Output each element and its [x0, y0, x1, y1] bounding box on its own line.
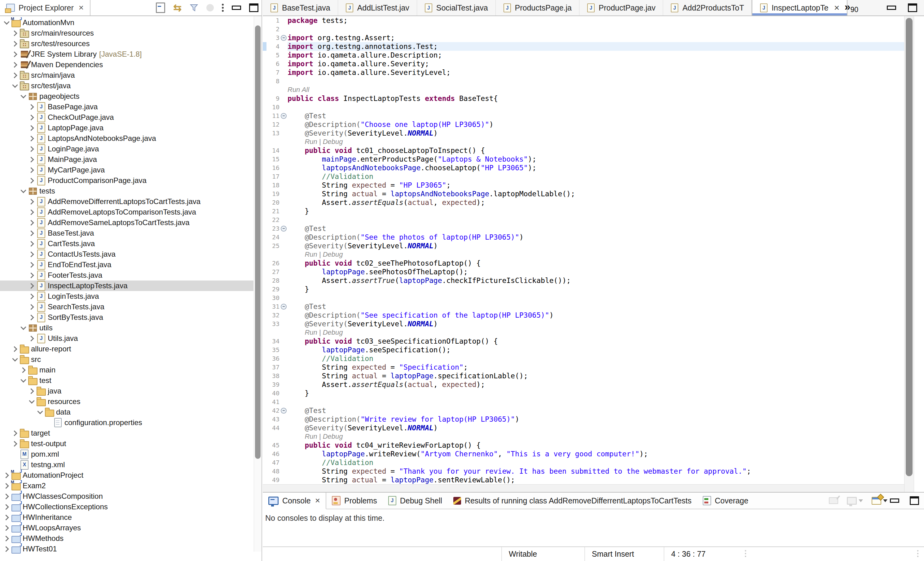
chevron-right-icon[interactable] — [28, 126, 36, 130]
code-line[interactable]: 34 public void tc03_seeSpecificationOfLa… — [263, 337, 904, 346]
chevron-right-icon[interactable] — [28, 242, 36, 246]
editor-tab-productpage-jav[interactable]: ProductPage.jav — [579, 0, 663, 15]
minimize-icon[interactable] — [890, 498, 899, 503]
code-line[interactable]: 20 Assert.assertEquals(actual, expected)… — [263, 198, 904, 207]
tree-item[interactable]: CheckOutPage.java — [0, 112, 254, 123]
tree-item[interactable]: Maven Dependencies — [0, 60, 254, 70]
chevron-right-icon[interactable] — [28, 263, 36, 267]
view-menu-icon[interactable] — [222, 4, 224, 6]
tree-item[interactable]: AddRemoveLaptopsToComparisonTests.java — [0, 207, 254, 217]
code-line[interactable]: 37 String expected = "Specification"; — [263, 363, 904, 371]
tree-item[interactable]: pom.xml — [0, 449, 254, 459]
tree-item[interactable]: Exam2 — [0, 480, 254, 491]
code-line[interactable]: 21 } — [263, 207, 904, 215]
code-line[interactable]: 23 @Test — [263, 224, 904, 233]
code-line[interactable]: 11 @Test — [263, 111, 904, 120]
tree-item[interactable]: configuration.properties — [0, 417, 254, 428]
chevron-right-icon[interactable] — [3, 473, 11, 477]
fold-collapse-icon[interactable] — [279, 35, 288, 41]
chevron-right-icon[interactable] — [28, 115, 36, 120]
code-line[interactable]: 46 laptopPage.writeReview("Artyom Cherne… — [263, 450, 904, 458]
tree-item[interactable]: MainPage.java — [0, 154, 254, 165]
tree-item[interactable]: SearchTests.java — [0, 302, 254, 312]
chevron-right-icon[interactable] — [3, 505, 11, 509]
chevron-right-icon[interactable] — [28, 210, 36, 214]
hidden-editors-indicator[interactable]: » 90 — [844, 1, 858, 14]
code-lens[interactable]: Run | Debug — [263, 328, 904, 337]
tree-item[interactable]: HWInheritance — [0, 512, 254, 523]
tree-item[interactable]: src/test/resources — [0, 38, 254, 49]
chevron-down-icon[interactable] — [19, 327, 28, 329]
explorer-scrollbar-thumb[interactable] — [255, 25, 261, 459]
chevron-right-icon[interactable] — [28, 252, 36, 256]
tree-item[interactable]: src/main/java — [0, 70, 254, 81]
project-explorer-tab[interactable]: Project Explorer × — [0, 0, 90, 15]
tree-item[interactable]: SortByTests.java — [0, 312, 254, 323]
editor-tab-addlisttest-jav[interactable]: AddListTest.jav — [338, 0, 417, 15]
code-line[interactable]: 41 — [263, 398, 904, 406]
tree-item[interactable]: resources — [0, 396, 254, 407]
chevron-right-icon[interactable] — [28, 136, 36, 141]
chevron-down-icon[interactable] — [19, 190, 28, 192]
editor-scrollbar[interactable] — [904, 16, 914, 492]
maximize-icon[interactable] — [910, 496, 919, 505]
code-editor[interactable]: 1package tests;23import org.testng.Asser… — [263, 16, 904, 484]
fold-collapse-icon[interactable] — [279, 226, 288, 232]
chevron-right-icon[interactable] — [28, 231, 36, 235]
code-line[interactable]: 43 @Description("Write review for laptop… — [263, 415, 904, 423]
tree-item[interactable]: LoginTests.java — [0, 291, 254, 302]
code-line[interactable]: 45 public void tc04_writeReviewForLaptop… — [263, 441, 904, 450]
minimize-icon[interactable] — [887, 6, 896, 10]
tree-item[interactable]: LoginPage.java — [0, 144, 254, 154]
code-line[interactable]: 22 — [263, 215, 904, 224]
code-line[interactable]: 31 @Test — [263, 302, 904, 311]
chevron-right-icon[interactable] — [11, 31, 19, 35]
chevron-down-icon[interactable] — [19, 95, 28, 97]
code-line[interactable]: 49 String actual = laptopPage.sentReview… — [263, 476, 904, 484]
code-line[interactable]: 28 Assert.assertTrue(laptopPage.checkIfP… — [263, 276, 904, 285]
drag-handle[interactable] — [745, 550, 746, 558]
tree-item[interactable]: src/main/resources — [0, 28, 254, 38]
code-lens[interactable]: Run | Debug — [263, 138, 904, 146]
code-line[interactable]: 30 — [263, 293, 904, 302]
chevron-right-icon[interactable] — [28, 158, 36, 162]
tree-item[interactable]: data — [0, 407, 254, 417]
tree-item[interactable]: pageobjects — [0, 91, 254, 102]
tree-item[interactable]: allure-report — [0, 344, 254, 354]
tree-item[interactable]: InspectLaptopTests.java — [0, 280, 254, 291]
chevron-right-icon[interactable] — [28, 305, 36, 309]
code-line[interactable]: 10 — [263, 103, 904, 111]
explorer-scrollbar[interactable] — [254, 16, 261, 552]
chevron-right-icon[interactable] — [28, 179, 36, 183]
code-line[interactable]: 29 } — [263, 285, 904, 293]
open-console-icon[interactable] — [872, 497, 881, 505]
code-line[interactable]: 35 laptopPage.seeSpecification(); — [263, 346, 904, 354]
drag-handle[interactable] — [917, 550, 918, 558]
code-line[interactable]: 1package tests; — [263, 16, 904, 25]
chevron-right-icon[interactable] — [28, 284, 36, 288]
focus-icon[interactable] — [206, 4, 214, 12]
chevron-right-icon[interactable] — [28, 168, 36, 172]
tree-item[interactable]: src — [0, 354, 254, 365]
chevron-right-icon[interactable] — [11, 73, 19, 78]
display-selected-console-icon[interactable] — [847, 497, 857, 505]
code-line[interactable]: 18 String expected = "HP LP3065"; — [263, 181, 904, 190]
code-line[interactable]: 39 Assert.assertEquals(actual, expected)… — [263, 380, 904, 389]
tree-item[interactable]: HWCollectionsExceptions — [0, 501, 254, 512]
code-line[interactable]: 26 public void tc02_seeThePhotosofLaptop… — [263, 259, 904, 268]
tree-item[interactable]: ContactUsTests.java — [0, 249, 254, 259]
tree-item[interactable]: Utils.java — [0, 333, 254, 344]
chevron-right-icon[interactable] — [11, 431, 19, 435]
tree-item[interactable]: HWLoopsArrayes — [0, 523, 254, 533]
console-tab-coverage[interactable]: Coverage — [697, 492, 754, 509]
tree-item[interactable]: AddRemoveDifferrentLaptopsToCartTests.ja… — [0, 196, 254, 207]
filter-icon[interactable] — [190, 3, 198, 12]
code-line[interactable]: 19 String actual = laptopsAndNotebooksPa… — [263, 190, 904, 198]
tree-item[interactable]: MyCartPage.java — [0, 165, 254, 175]
code-line[interactable]: 40 } — [263, 389, 904, 398]
code-lens[interactable]: Run | Debug — [263, 250, 904, 259]
tree-item[interactable]: HWTest01 — [0, 544, 254, 554]
code-line[interactable]: 33 @Severity(SeverityLevel.NORMAL) — [263, 320, 904, 328]
tree-item[interactable]: LaptopPage.java — [0, 123, 254, 133]
code-line[interactable]: 13 @Severity(SeverityLevel.NORMAL) — [263, 129, 904, 138]
